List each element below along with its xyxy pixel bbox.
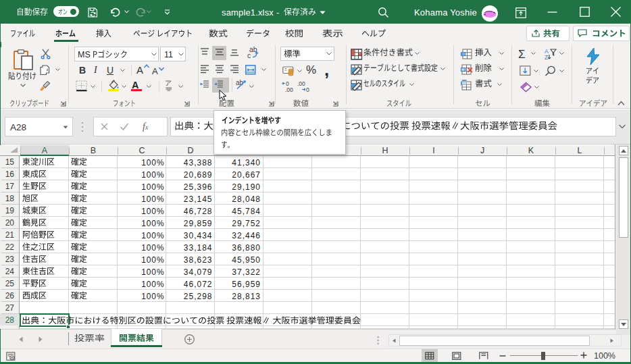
svg-text:ab: ab [236, 80, 244, 86]
svg-text:0: 0 [306, 86, 309, 93]
svg-text:.00: .00 [285, 86, 293, 93]
svg-text:.00: .00 [297, 80, 305, 87]
svg-text:c: c [247, 51, 251, 59]
svg-text:Z: Z [545, 54, 548, 60]
